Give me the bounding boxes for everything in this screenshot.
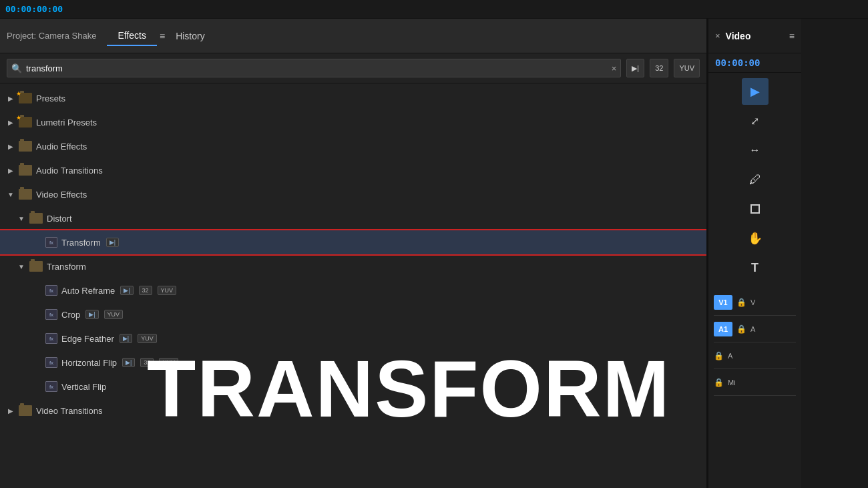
chevron-distort: [16, 213, 27, 224]
tree-item-video-transitions[interactable]: Video Transitions: [0, 399, 706, 423]
badge-accel-hflip: ▶|: [122, 358, 135, 367]
timeline-tracks: V1 🔒 V A1 🔒 A 🔒 A 🔒 Mi: [708, 286, 801, 488]
chevron-video-transitions: [5, 405, 16, 416]
effect-icon-edge-feather: fx: [45, 333, 57, 344]
tree-item-audio-transitions[interactable]: Audio Transitions: [0, 158, 706, 182]
effects-menu-icon[interactable]: ≡: [160, 31, 165, 41]
lock-icon-a3[interactable]: 🔒: [714, 378, 724, 387]
effect-icon-transform: fx: [45, 237, 57, 248]
project-label: Project: Camera Shake: [7, 31, 96, 41]
badge-32-hflip: 32: [140, 358, 154, 367]
tree-item-transform-folder[interactable]: Transform: [0, 254, 706, 278]
badge-accel-autoreframe: ▶|: [120, 286, 133, 295]
chevron-presets: [5, 93, 16, 103]
badge-yuv-crop: YUV: [104, 310, 124, 319]
tree-item-horizontal-flip[interactable]: fx Horizontal Flip ▶| 32 YUV: [0, 350, 706, 375]
folder-icon-transform: [29, 261, 43, 272]
folder-icon-video-transitions: [19, 405, 32, 416]
label-transform-folder: Transform: [47, 262, 86, 272]
video-timecode: 00:00:00: [708, 53, 801, 73]
hand-tool-button[interactable]: ✋: [742, 225, 769, 252]
tree-item-lumetri[interactable]: ★ Lumetri Presets: [0, 110, 706, 134]
label-edge-feather: Edge Feather: [61, 334, 114, 344]
panel-close-button[interactable]: ×: [715, 31, 720, 41]
right-panel-title: Video: [726, 31, 751, 41]
star-badge-lumetri: ★: [16, 114, 21, 121]
label-audio-transitions: Audio Transitions: [36, 166, 103, 176]
chevron-video-effects: [5, 189, 16, 200]
32bit-filter-button[interactable]: 32: [650, 59, 668, 77]
tree-item-presets[interactable]: ★ Presets: [0, 86, 706, 110]
track-select-tool-button[interactable]: ⤢: [742, 107, 769, 134]
folder-icon-presets: ★: [19, 93, 32, 103]
label-crop: Crop: [61, 310, 80, 320]
track-row-a1: A1 🔒 A: [714, 316, 796, 342]
search-wrapper: 🔍 ×: [7, 59, 621, 77]
pen-tool-button[interactable]: 🖊: [742, 166, 769, 193]
select-tool-button[interactable]: ▶: [742, 78, 769, 105]
effect-icon-vertical-flip: fx: [45, 381, 57, 392]
type-tool-button[interactable]: T: [742, 254, 769, 281]
tree-item-vertical-flip[interactable]: fx Vertical Flip: [0, 375, 706, 399]
folder-icon-distort: [29, 213, 43, 224]
search-input[interactable]: [26, 63, 612, 73]
label-vertical-flip: Vertical Flip: [61, 382, 106, 392]
search-icon: 🔍: [11, 63, 22, 73]
label-transform-effect: Transform: [61, 238, 101, 248]
label-distort: Distort: [47, 214, 72, 224]
badge-accel-crop: ▶|: [85, 310, 98, 319]
tab-history[interactable]: History: [165, 27, 216, 45]
search-bar: 🔍 × ▶| 32 YUV: [0, 53, 706, 83]
badge-accel-edge: ▶|: [120, 334, 132, 343]
tree-item-auto-reframe[interactable]: fx Auto Reframe ▶| 32 YUV: [0, 278, 706, 302]
badge-yuv-hflip: YUV: [159, 358, 178, 367]
search-clear-button[interactable]: ×: [612, 63, 617, 73]
accelerated-filter-button[interactable]: ▶|: [626, 59, 644, 77]
right-panel-menu[interactable]: ≡: [789, 31, 795, 41]
label-auto-reframe: Auto Reframe: [61, 286, 115, 296]
timecode-display: 00:00:00:00: [5, 4, 63, 14]
chevron-audio-transitions: [5, 165, 16, 176]
track-row-v1: V1 🔒 V: [714, 289, 796, 316]
tools-section: ▶ ⤢ ↔ 🖊 ✋ T: [708, 73, 801, 286]
chevron-audio-effects: [5, 141, 16, 152]
chevron-lumetri: [5, 117, 16, 128]
label-horizontal-flip: Horizontal Flip: [61, 358, 117, 368]
tree-item-crop[interactable]: fx Crop ▶| YUV: [0, 302, 706, 326]
label-audio-effects: Audio Effects: [36, 142, 87, 152]
label-video-transitions: Video Transitions: [36, 406, 103, 416]
star-badge: ★: [16, 90, 21, 97]
tab-effects[interactable]: Effects: [107, 26, 157, 46]
track-content-a2: A: [728, 352, 732, 360]
right-panel-header: × Video ≡: [708, 19, 801, 53]
lock-icon-a1[interactable]: 🔒: [736, 324, 746, 334]
badge-yuv-autoreframe: YUV: [158, 286, 177, 295]
track-content-a1: A: [750, 325, 755, 333]
right-panel: × Video ≡ 00:00:00 ▶ ⤢ ↔ 🖊 ✋: [708, 19, 801, 488]
effect-icon-horizontal-flip: fx: [45, 357, 57, 368]
rect-tool-button[interactable]: [742, 196, 769, 222]
tree-item-edge-feather[interactable]: fx Edge Feather ▶| YUV: [0, 326, 706, 350]
badge-yuv-edge: YUV: [138, 334, 157, 343]
tree-item-distort[interactable]: Distort: [0, 206, 706, 230]
label-video-effects: Video Effects: [36, 190, 87, 200]
effect-icon-auto-reframe: fx: [45, 285, 57, 296]
tree-item-video-effects[interactable]: Video Effects: [0, 182, 706, 206]
tree-item-transform-effect[interactable]: fx Transform ▶|: [0, 230, 706, 254]
panel-tabs: Project: Camera Shake Effects ≡ History: [0, 19, 706, 53]
folder-icon-lumetri: ★: [19, 117, 32, 128]
folder-icon-audio-transitions: [19, 165, 32, 176]
folder-icon-audio-effects: [19, 141, 32, 152]
yuv-filter-button[interactable]: YUV: [674, 59, 700, 77]
folder-icon-video-effects: [19, 189, 32, 200]
ripple-tool-button[interactable]: ↔: [742, 137, 769, 164]
label-presets: Presets: [36, 93, 65, 103]
main-content: Project: Camera Shake Effects ≡ History …: [0, 19, 868, 488]
lock-icon-a2[interactable]: 🔒: [714, 351, 724, 360]
label-lumetri: Lumetri Presets: [36, 117, 97, 128]
timecode-bar: 00:00:00:00: [0, 0, 868, 19]
effects-panel: Project: Camera Shake Effects ≡ History …: [0, 19, 708, 488]
track-label-a1: A1: [714, 322, 732, 336]
tree-item-audio-effects[interactable]: Audio Effects: [0, 134, 706, 158]
lock-icon-v1[interactable]: 🔒: [736, 298, 746, 307]
